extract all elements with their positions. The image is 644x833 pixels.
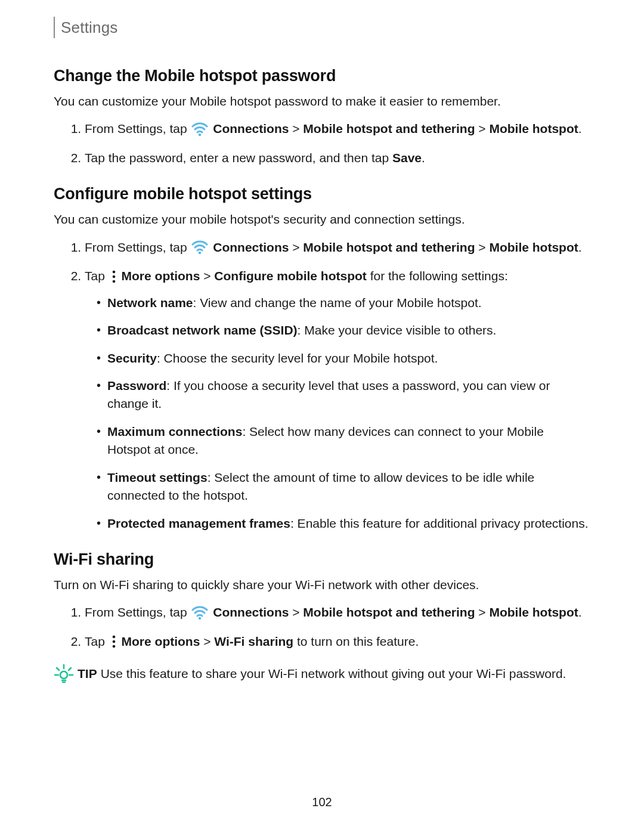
separator: > [475, 605, 490, 619]
section-intro: Turn on Wi-Fi sharing to quickly share y… [54, 576, 590, 594]
svg-point-4 [112, 280, 115, 283]
list-item: Network name: View and change the name o… [97, 294, 590, 312]
bold-connections: Connections [213, 122, 289, 135]
svg-point-6 [112, 636, 115, 639]
svg-point-5 [199, 617, 202, 620]
bullet-rest: : If you choose a security level that us… [107, 379, 550, 410]
more-options-icon [111, 634, 117, 649]
bullet-bold: Protected management frames [107, 516, 290, 530]
svg-point-1 [199, 252, 202, 255]
bold-configure-hotspot: Configure mobile hotspot [214, 269, 366, 283]
step-item: Tap the password, enter a new password, … [85, 149, 590, 167]
settings-bullet-list: Network name: View and change the name o… [85, 294, 590, 532]
separator: > [475, 240, 490, 254]
step-item: Tap More options > Configure mobile hots… [85, 267, 590, 532]
bullet-rest: : View and change the name of your Mobil… [193, 296, 482, 309]
step-text: Tap the password, enter a new password, … [85, 151, 392, 165]
bullet-bold: Timeout settings [107, 470, 208, 484]
step-item: Tap More options > Wi-Fi sharing to turn… [85, 633, 590, 651]
wifi-icon [191, 239, 208, 255]
step-text: to turn on this feature. [293, 634, 419, 648]
step-text: . [422, 151, 425, 165]
wifi-icon [191, 605, 208, 620]
steps-list: From Settings, tap Connections > Mobile … [54, 239, 590, 532]
list-item: Security: Choose the security level for … [97, 349, 590, 367]
bold-hotspot-tethering: Mobile hotspot and tethering [303, 605, 475, 619]
step-text: From Settings, tap [85, 605, 190, 619]
bold-hotspot-tethering: Mobile hotspot and tethering [303, 122, 475, 135]
bold-mobile-hotspot: Mobile hotspot [489, 240, 578, 254]
separator: > [200, 269, 214, 283]
step-text: . [578, 605, 582, 619]
svg-line-11 [57, 668, 59, 670]
section-intro: You can customize your mobile hotspot's … [54, 210, 590, 228]
bullet-bold: Password [107, 379, 166, 392]
tip-text: Use this feature to share your Wi-Fi net… [101, 667, 566, 680]
step-text: Tap [85, 634, 109, 648]
separator: > [289, 122, 303, 135]
section-heading-wifi-sharing: Wi-Fi sharing [54, 550, 590, 569]
bullet-rest: : Enable this feature for additional pri… [290, 516, 589, 530]
step-text: From Settings, tap [85, 122, 190, 135]
step-text: for the following settings: [367, 269, 508, 283]
lightbulb-icon [54, 664, 74, 684]
breadcrumb-header: Settings [54, 17, 590, 38]
section-intro: You can customize your Mobile hotspot pa… [54, 92, 590, 110]
steps-list: From Settings, tap Connections > Mobile … [54, 603, 590, 651]
tip-label: TIP [78, 667, 97, 680]
more-options-icon [111, 270, 117, 284]
tip-callout: TIPUse this feature to share your Wi-Fi … [54, 665, 590, 684]
step-item: From Settings, tap Connections > Mobile … [85, 603, 590, 621]
steps-list: From Settings, tap Connections > Mobile … [54, 120, 590, 167]
step-item: From Settings, tap Connections > Mobile … [85, 120, 590, 138]
bullet-bold: Broadcast network name (SSID) [107, 323, 298, 337]
list-item: Broadcast network name (SSID): Make your… [97, 321, 590, 339]
bold-hotspot-tethering: Mobile hotspot and tethering [303, 240, 475, 254]
svg-point-9 [60, 671, 67, 679]
bold-connections: Connections [213, 240, 289, 254]
page-number: 102 [0, 795, 644, 809]
svg-point-7 [112, 640, 115, 643]
svg-point-2 [112, 270, 115, 273]
section-heading-change-password: Change the Mobile hotspot password [54, 67, 590, 85]
bold-mobile-hotspot: Mobile hotspot [489, 605, 578, 619]
step-text: Tap [85, 269, 109, 283]
separator: > [289, 240, 303, 254]
list-item: Maximum connections: Select how many dev… [97, 423, 590, 459]
bullet-bold: Network name [107, 296, 193, 309]
bold-more-options: More options [122, 269, 200, 283]
bullet-rest: : Make your device visible to others. [298, 323, 497, 337]
bullet-bold: Maximum connections [107, 425, 242, 438]
step-text: From Settings, tap [85, 240, 190, 254]
tip-body: TIPUse this feature to share your Wi-Fi … [78, 665, 590, 683]
section-heading-configure-hotspot: Configure mobile hotspot settings [54, 185, 590, 203]
list-item: Protected management frames: Enable this… [97, 515, 590, 532]
step-item: From Settings, tap Connections > Mobile … [85, 239, 590, 256]
step-text: . [578, 122, 582, 135]
wifi-icon [191, 121, 208, 137]
bold-mobile-hotspot: Mobile hotspot [489, 122, 578, 135]
bold-connections: Connections [213, 605, 289, 619]
separator: > [475, 122, 490, 135]
bullet-bold: Security [107, 351, 157, 365]
separator: > [200, 634, 214, 648]
list-item: Timeout settings: Select the amount of t… [97, 469, 590, 505]
svg-point-8 [112, 645, 115, 648]
bullet-rest: : Choose the security level for your Mob… [157, 351, 438, 365]
bold-more-options: More options [122, 634, 200, 648]
bold-save: Save [392, 151, 422, 165]
svg-point-3 [112, 275, 115, 278]
header-rule [54, 17, 55, 38]
svg-point-0 [199, 134, 202, 137]
step-text: . [578, 240, 582, 254]
bold-wifi-sharing: Wi-Fi sharing [214, 634, 293, 648]
separator: > [289, 605, 303, 619]
page-title: Settings [61, 18, 118, 37]
list-item: Password: If you choose a security level… [97, 377, 590, 413]
svg-line-12 [69, 668, 71, 670]
